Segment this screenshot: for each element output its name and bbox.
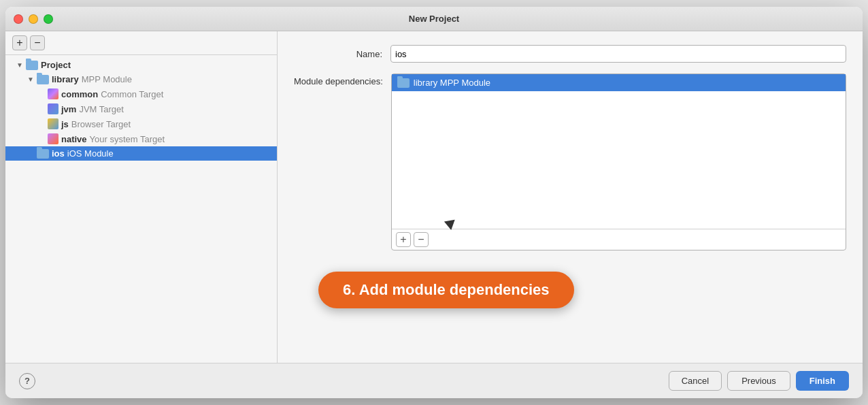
deps-list-container: library MPP Module + − — [391, 74, 846, 250]
folder-icon — [37, 75, 49, 84]
dialog-footer: ? Cancel Previous Finish — [5, 363, 863, 398]
deps-row: Module dependencies: library MPP Module … — [294, 74, 846, 352]
kotlin-icon — [48, 103, 59, 114]
close-button[interactable] — [14, 14, 23, 24]
name-row: Name: — [294, 45, 846, 63]
deps-label: Module dependencies: — [294, 74, 383, 86]
help-button[interactable]: ? — [19, 373, 35, 389]
tree-item-desc: Common Target — [101, 89, 163, 99]
tree-item-desc: JVM Target — [79, 104, 124, 114]
remove-dep-button[interactable]: − — [414, 232, 429, 247]
deps-item[interactable]: library MPP Module — [392, 74, 846, 91]
deps-item-label: library MPP Module — [414, 78, 490, 88]
title-bar: New Project — [5, 7, 863, 31]
tree-item-desc: iOS Module — [67, 148, 114, 159]
folder-icon — [37, 149, 49, 159]
remove-module-button[interactable]: − — [30, 35, 45, 50]
tooltip-text: 6. Add module dependencies — [343, 281, 550, 298]
tree-item-project[interactable]: ▼ Project — [5, 58, 277, 72]
name-input[interactable] — [390, 45, 846, 63]
tree-item-ios[interactable]: ▶ ios iOS Module — [5, 146, 277, 161]
tree-item-label: common — [61, 89, 98, 99]
tree-item-label: Project — [41, 60, 71, 70]
tree-item-desc: Your system Target — [90, 134, 165, 144]
tree-item-common[interactable]: ▶ common Common Target — [5, 86, 277, 101]
triangle-icon: ▼ — [27, 76, 37, 83]
folder-icon — [26, 61, 38, 70]
tree-item-library[interactable]: ▼ library MPP Module — [5, 72, 277, 86]
tree-item-label: native — [61, 134, 87, 144]
triangle-icon: ▼ — [16, 61, 26, 69]
tree-item-label: library — [52, 74, 79, 84]
kotlin-icon — [48, 88, 59, 99]
name-label: Name: — [294, 49, 382, 59]
cursor-indicator — [444, 220, 456, 231]
deps-toolbar: + − — [392, 229, 846, 250]
tree-item-label: ios — [52, 148, 65, 159]
left-panel: + − ▼ Project ▼ library MPP Module — [5, 31, 278, 363]
dialog-body: + − ▼ Project ▼ library MPP Module — [5, 31, 863, 363]
kotlin-icon — [48, 118, 59, 129]
tree-item-label: jvm — [61, 104, 76, 114]
tree-item-desc: MPP Module — [82, 74, 132, 84]
tree-item-label: js — [61, 119, 69, 129]
deps-list[interactable]: library MPP Module — [392, 74, 846, 229]
window-controls — [14, 14, 53, 24]
minimize-button[interactable] — [29, 14, 38, 24]
tooltip-bubble: 6. Add module dependencies — [318, 272, 574, 308]
tree-item-desc: Browser Target — [71, 119, 131, 129]
cancel-button[interactable]: Cancel — [669, 371, 722, 391]
tree-item-js[interactable]: ▶ js Browser Target — [5, 116, 277, 131]
window-title: New Project — [409, 14, 459, 24]
tree-item-native[interactable]: ▶ native Your system Target — [5, 131, 277, 146]
footer-right: Cancel Previous Finish — [669, 371, 849, 391]
new-project-dialog: New Project + − ▼ Project ▼ librar — [5, 7, 863, 398]
footer-left: ? — [19, 373, 35, 389]
add-module-button[interactable]: + — [12, 35, 27, 50]
tree-toolbar: + − — [5, 31, 277, 55]
add-dep-button[interactable]: + — [396, 232, 411, 247]
folder-icon — [397, 78, 410, 88]
previous-button[interactable]: Previous — [727, 371, 790, 391]
kotlin-icon — [48, 133, 59, 144]
maximize-button[interactable] — [44, 14, 53, 24]
right-panel: Name: Module dependencies: library MPP M… — [278, 31, 863, 363]
tree-item-jvm[interactable]: ▶ jvm JVM Target — [5, 101, 277, 116]
finish-button[interactable]: Finish — [796, 371, 849, 391]
project-tree: ▼ Project ▼ library MPP Module ▶ common … — [5, 55, 277, 363]
